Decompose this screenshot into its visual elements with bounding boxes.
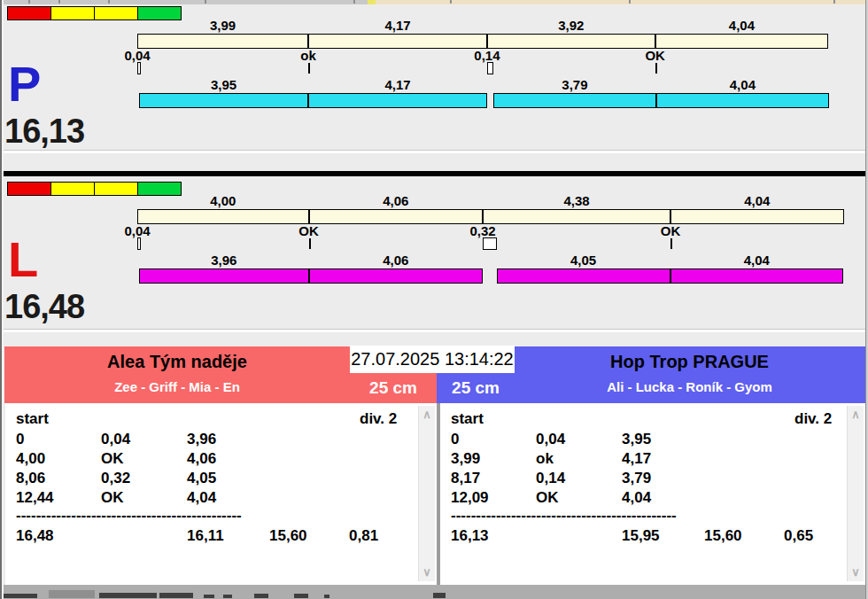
interval-bar-segment	[670, 209, 844, 224]
mark-label: 0,32	[447, 224, 518, 238]
top-strip-tick	[629, 0, 631, 4]
leg-bar-segment	[670, 268, 844, 284]
ok-tick	[308, 63, 310, 74]
interval-time-label: 4,06	[309, 194, 484, 208]
bottom-strip	[0, 585, 868, 599]
start-gap-box	[137, 62, 141, 74]
scroll-up-icon[interactable]: ∧	[419, 408, 435, 422]
scroll-down-icon[interactable]: ∨	[848, 565, 864, 580]
leg-bar-segment	[308, 93, 487, 108]
lane-total-time: 16,13	[4, 114, 84, 148]
table-cell: 4,04	[622, 489, 651, 507]
table-scrollbar[interactable]: ∧ ∨	[418, 406, 435, 581]
table-cell: 0,04	[536, 431, 565, 448]
team-name: Hop Trop PRAGUE	[514, 352, 865, 372]
top-strip-tick	[108, 0, 110, 4]
interval-time-label: 4,17	[308, 19, 487, 33]
leg-bar-segment	[139, 93, 308, 108]
interval-bar-segment	[655, 34, 829, 49]
bottom-artifact	[99, 593, 157, 598]
separator-groove	[3, 329, 865, 332]
result-table-left: ∧ ∨ startdiv. 200,043,964,00OK4,068,060,…	[5, 403, 437, 585]
interval-time-label: 3,99	[137, 19, 308, 33]
interval-bar-segment	[483, 209, 670, 224]
table-total-value: 16,48	[16, 527, 54, 545]
table-header-start: start	[451, 410, 484, 428]
table-cell: 4,17	[622, 450, 651, 468]
table-cell: 12,44	[16, 489, 54, 507]
scroll-down-icon[interactable]: ∨	[419, 565, 435, 580]
table-cell: 3,99	[451, 450, 480, 468]
table-cell: OK	[101, 489, 124, 507]
bottom-artifact	[324, 595, 329, 598]
interval-time-label: 4,38	[483, 194, 670, 208]
leg-time-label: 3,79	[493, 78, 655, 92]
interval-bar-segment	[487, 34, 655, 49]
bottom-artifact	[49, 590, 95, 598]
top-strip-tick	[58, 0, 60, 4]
table-cell: 3,79	[622, 470, 651, 487]
interval-bar-segment	[137, 209, 309, 224]
table-cell: 3,95	[622, 431, 651, 448]
table-cell: 0	[451, 431, 459, 448]
mark-label: OK	[620, 49, 691, 63]
leg-time-label: 4,04	[656, 78, 830, 92]
interval-time-label: 4,04	[655, 19, 829, 33]
table-cell: 0,04	[101, 431, 130, 448]
table-cell: 12,09	[451, 489, 489, 507]
table-separator: ----------------------------------------…	[16, 507, 242, 525]
traffic-light-segment	[50, 182, 95, 196]
table-total-value: 15,95	[622, 527, 660, 545]
start-gap-box	[137, 237, 141, 250]
table-cell: OK	[101, 450, 124, 468]
separator-groove	[3, 150, 865, 153]
leg-bar-segment	[139, 268, 309, 284]
interval-bar-segment	[308, 34, 487, 49]
mark-label: ok	[273, 49, 344, 63]
table-cell: 0,32	[101, 470, 130, 487]
table-total-value: 0,65	[784, 527, 813, 545]
start-gap-box	[487, 62, 493, 74]
table-cell: ok	[536, 450, 554, 468]
table-cell: 8,06	[16, 470, 45, 487]
scroll-up-icon[interactable]: ∧	[848, 408, 864, 422]
table-scrollbar[interactable]: ∧ ∨	[847, 406, 864, 581]
bottom-artifact	[294, 594, 308, 598]
table-cell: 0,14	[536, 470, 565, 487]
start-gap-box	[483, 237, 496, 250]
leg-bar-segment	[497, 268, 670, 284]
mark-label: 0,14	[452, 49, 523, 63]
mark-label: OK	[635, 224, 706, 238]
table-cell: 3,96	[187, 431, 216, 448]
interval-bar-segment	[309, 209, 484, 224]
interval-time-label: 3,92	[487, 19, 655, 33]
traffic-light-segment	[94, 6, 138, 20]
table-separator: ----------------------------------------…	[451, 507, 677, 525]
table-total-value: 16,13	[451, 527, 489, 545]
mark-label: 0,04	[102, 49, 173, 63]
leg-time-label: 4,17	[308, 78, 487, 92]
mark-label: OK	[274, 224, 345, 238]
top-strip-tick	[205, 0, 206, 4]
table-total-value: 15,60	[704, 527, 742, 545]
mark-label: 0,04	[102, 224, 173, 238]
leg-time-label: 3,95	[139, 78, 308, 92]
interval-time-label: 4,04	[670, 194, 844, 208]
table-cell: OK	[536, 489, 559, 507]
window-frame-left-highlight	[2, 0, 4, 599]
table-header-division: div. 2	[360, 410, 397, 428]
bottom-artifact	[254, 594, 268, 598]
jump-height-badge-right: 25 cm	[437, 376, 515, 402]
table-total-value: 16,11	[187, 527, 224, 545]
ok-tick	[309, 238, 311, 249]
lane-letter: P	[8, 59, 41, 109]
team-members: Zee - Griff - Mia - En	[4, 379, 350, 394]
table-header-start: start	[16, 410, 49, 428]
bottom-artifact	[223, 595, 232, 598]
leg-bar-segment	[309, 268, 484, 284]
top-strip-tick	[353, 0, 355, 4]
table-cell: 4,05	[187, 470, 216, 487]
bottom-artifact	[433, 593, 446, 598]
table-cell: 4,06	[187, 450, 216, 468]
ok-tick	[655, 63, 657, 74]
